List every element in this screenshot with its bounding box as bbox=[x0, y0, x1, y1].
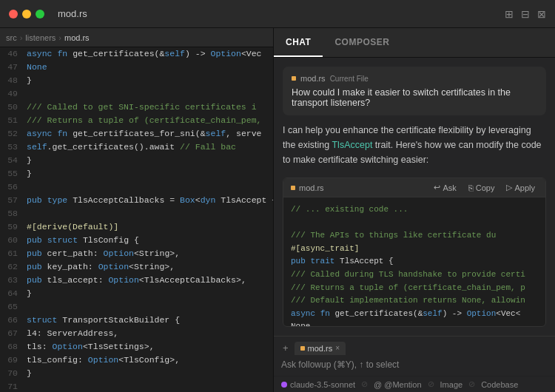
code-line: 60pub struct TlsConfig { bbox=[0, 234, 273, 247]
line-content: pub type TlsAcceptCallbacks = Box<dyn Tl… bbox=[24, 194, 273, 207]
code-line: 63 pub tls_accept: Option<TlsAcceptCallb… bbox=[0, 274, 273, 287]
line-number: 69 bbox=[0, 354, 24, 367]
line-number: 47 bbox=[0, 61, 24, 74]
line-content: pub cert_path: Option<String>, bbox=[24, 247, 180, 260]
codebase-button[interactable]: Codebase bbox=[481, 380, 518, 389]
user-file-tag: mod.rs bbox=[300, 74, 326, 83]
input-tab-close[interactable]: × bbox=[335, 344, 340, 352]
ai-highlight-word: TlsAccept bbox=[332, 140, 372, 150]
mention-button[interactable]: @ @Mention bbox=[374, 380, 421, 389]
line-number: 71 bbox=[0, 380, 24, 392]
input-file-tab: mod.rs × bbox=[295, 342, 346, 355]
code-line: 48 } bbox=[0, 74, 273, 87]
line-number: 48 bbox=[0, 74, 24, 87]
code-line: 59#[derive(Default)] bbox=[0, 220, 273, 234]
line-number: 56 bbox=[0, 180, 24, 194]
code-editor[interactable]: 46 async fn get_certificates(&self) -> O… bbox=[0, 47, 273, 392]
line-number: 46 bbox=[0, 47, 24, 61]
layout-icon-2[interactable]: ⊟ bbox=[521, 8, 530, 20]
chat-code-block: mod.rs ↩ Ask ⎘ Copy ▷ Apply bbox=[283, 178, 546, 327]
line-content: async fn get_certificates(&self) -> Opti… bbox=[24, 47, 262, 61]
tab-chat[interactable]: CHAT bbox=[274, 28, 323, 57]
line-number: 63 bbox=[0, 274, 24, 287]
line-number: 54 bbox=[0, 154, 24, 167]
title-bar-icons: ⊞ ⊟ ⊠ bbox=[505, 8, 546, 20]
line-content bbox=[24, 380, 27, 392]
model-selector[interactable]: claude-3.5-sonnet bbox=[281, 380, 355, 389]
line-number: 52 bbox=[0, 127, 24, 141]
chat-messages[interactable]: mod.rs Current File How could I make it … bbox=[274, 58, 555, 336]
status-sep-2: ⊘ bbox=[428, 379, 434, 389]
user-question: How could I make it easier to switch cer… bbox=[292, 87, 511, 108]
line-content bbox=[24, 180, 27, 194]
line-number: 55 bbox=[0, 167, 24, 180]
line-number: 70 bbox=[0, 367, 24, 380]
minimize-button[interactable] bbox=[22, 10, 31, 18]
file-dot-icon bbox=[292, 76, 296, 81]
main-container: src › listeners › mod.rs 46 async fn get… bbox=[0, 28, 555, 392]
add-context-button[interactable]: + bbox=[280, 341, 292, 355]
image-button[interactable]: Image bbox=[440, 380, 463, 389]
line-number: 62 bbox=[0, 260, 24, 274]
line-number: 67 bbox=[0, 327, 24, 340]
line-number: 60 bbox=[0, 234, 24, 247]
line-content: } bbox=[24, 367, 32, 380]
line-number: 53 bbox=[0, 141, 24, 154]
tab-composer[interactable]: COMPOSER bbox=[323, 28, 401, 57]
code-actions: ↩ Ask ⎘ Copy ▷ Apply bbox=[431, 181, 538, 194]
line-content: l4: ServerAddress, bbox=[24, 327, 118, 340]
copy-action-button[interactable]: ⎘ Copy bbox=[465, 181, 498, 194]
code-line: 69 tls_config: Option<TlsConfig>, bbox=[0, 354, 273, 367]
chat-input-field[interactable]: Ask followup (⌘Y), ↑ to select bbox=[274, 355, 555, 376]
line-content: tls: Option<TlsSettings>, bbox=[24, 340, 155, 354]
breadcrumb-src: src bbox=[6, 33, 17, 42]
chat-placeholder: Ask followup (⌘Y), ↑ to select bbox=[281, 359, 548, 370]
line-number: 50 bbox=[0, 101, 24, 114]
line-content: pub tls_accept: Option<TlsAcceptCallback… bbox=[24, 274, 246, 287]
code-filename: mod.rs bbox=[291, 183, 324, 192]
status-sep-1: ⊘ bbox=[361, 379, 368, 389]
layout-icon-3[interactable]: ⊠ bbox=[537, 8, 546, 20]
line-content: } bbox=[24, 74, 32, 87]
code-line: 46 async fn get_certificates(&self) -> O… bbox=[0, 47, 273, 61]
line-content: #[derive(Default)] bbox=[24, 220, 118, 234]
input-file-dot bbox=[300, 346, 305, 351]
chat-code-line: async fn get_certificates(&self) -> Opti… bbox=[291, 308, 538, 321]
line-number: 61 bbox=[0, 247, 24, 260]
at-icon: @ bbox=[374, 380, 382, 389]
line-content: pub struct TlsConfig { bbox=[24, 234, 139, 247]
code-line: 50 /// Called to get SNI-specific certif… bbox=[0, 101, 273, 114]
maximize-button[interactable] bbox=[36, 10, 44, 18]
line-number: 51 bbox=[0, 114, 24, 127]
line-content: } bbox=[24, 287, 32, 300]
ask-icon: ↩ bbox=[434, 183, 440, 192]
window-title: mod.rs bbox=[58, 8, 87, 19]
code-panel: src › listeners › mod.rs 46 async fn get… bbox=[0, 28, 274, 392]
code-line: 68 tls: Option<TlsSettings>, bbox=[0, 340, 273, 354]
close-button[interactable] bbox=[9, 10, 18, 18]
chat-input-area: + mod.rs × Ask followup (⌘Y), ↑ to selec… bbox=[274, 336, 555, 392]
title-bar: mod.rs ⊞ ⊟ ⊠ bbox=[0, 0, 555, 28]
apply-action-button[interactable]: ▷ Apply bbox=[503, 181, 538, 194]
code-line: 66struct TransportStackBuilder { bbox=[0, 314, 273, 327]
line-number: 58 bbox=[0, 207, 24, 220]
layout-icon-1[interactable]: ⊞ bbox=[505, 8, 514, 20]
chat-code-line: None bbox=[291, 320, 538, 327]
line-content: pub key_path: Option<String>, bbox=[24, 260, 175, 274]
status-sep-3: ⊘ bbox=[468, 379, 475, 389]
code-line: 53 self.get_certificates().await // Fall… bbox=[0, 141, 273, 154]
code-line: 51 /// Returns a tuple of (certificate_c… bbox=[0, 114, 273, 127]
breadcrumb-listeners: listeners bbox=[25, 33, 56, 42]
model-name: claude-3.5-sonnet bbox=[290, 380, 355, 389]
chat-panel: CHAT COMPOSER mod.rs Current File How co… bbox=[274, 28, 555, 392]
line-content: } bbox=[24, 167, 32, 180]
code-line: 65 bbox=[0, 300, 273, 314]
ask-action-button[interactable]: ↩ Ask bbox=[431, 181, 459, 194]
chat-code-line: /// Default implementation returns None,… bbox=[291, 294, 538, 308]
breadcrumb-file: mod.rs bbox=[64, 33, 90, 42]
code-file-dot bbox=[291, 186, 295, 190]
line-number: 59 bbox=[0, 220, 24, 234]
apply-icon: ▷ bbox=[506, 183, 512, 192]
traffic-lights bbox=[9, 10, 44, 18]
code-line: 55} bbox=[0, 167, 273, 180]
